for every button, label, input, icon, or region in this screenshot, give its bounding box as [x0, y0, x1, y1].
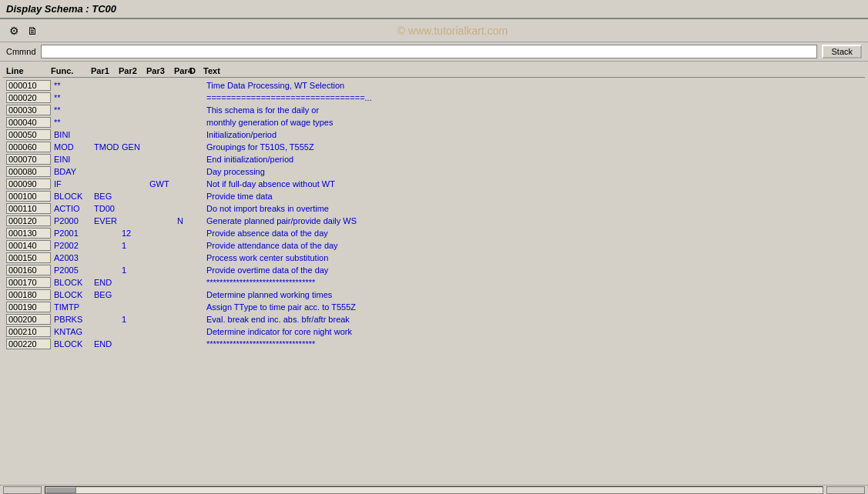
table-row[interactable]: 000120 P2000 EVER N Generate planned pai… — [3, 215, 865, 227]
cell-func: P2001 — [52, 229, 92, 238]
cell-line: 000090 — [6, 179, 51, 189]
cell-func: BLOCK — [52, 278, 92, 287]
cell-text: Provide time data — [205, 192, 862, 201]
table-row[interactable]: 000040 ** monthly generation of wage typ… — [3, 116, 865, 129]
table-row[interactable]: 000130 P2001 12 Provide absence data of … — [3, 227, 865, 239]
cell-func: P2005 — [52, 265, 92, 275]
table-row[interactable]: 000060 MOD TMOD GEN Groupings for T510S,… — [3, 141, 865, 153]
cell-par1: END — [92, 339, 120, 349]
cell-line: 000150 — [6, 252, 51, 263]
cell-par2: 1 — [120, 265, 148, 275]
table-row[interactable]: 000030 ** This schema is for the daily o… — [3, 104, 865, 116]
cell-func: ** — [52, 81, 92, 90]
cell-func: ACTIO — [52, 204, 92, 213]
command-bar: Cmmnd Stack — [0, 42, 868, 62]
cell-par2: 1 — [120, 241, 148, 250]
cell-line: 000040 — [6, 117, 51, 128]
watermark: © www.tutorialkart.com — [43, 25, 862, 37]
cell-func: ** — [52, 118, 92, 127]
table-row[interactable]: 000210 KNTAG Determine indicator for cor… — [3, 325, 865, 338]
header-par1: Par1 — [91, 66, 119, 75]
table-row[interactable]: 000100 BLOCK BEG Provide time data — [3, 190, 865, 202]
table-row[interactable]: 000080 BDAY Day processing — [3, 165, 865, 178]
table-row[interactable]: 000180 BLOCK BEG Determine planned worki… — [3, 289, 865, 301]
cell-par1: TMOD — [92, 142, 120, 152]
cell-text: Assign TType to time pair acc. to T555Z — [205, 302, 862, 312]
table-header: Line Func. Par1 Par2 Par3 Par4 D Text — [3, 65, 865, 78]
table-row[interactable]: 000150 A2003 Process work center substit… — [3, 252, 865, 264]
cell-line: 000140 — [6, 240, 51, 251]
cell-func: MOD — [52, 142, 92, 152]
table-row[interactable]: 000020 ** ==============================… — [3, 92, 865, 104]
cell-line: 000130 — [6, 228, 51, 239]
cell-text: Do not import breaks in overtime — [205, 204, 862, 213]
header-par3: Par3 — [146, 66, 174, 75]
cell-par2: 1 — [120, 315, 148, 324]
cell-func: BLOCK — [52, 192, 92, 201]
command-input[interactable] — [41, 45, 818, 58]
cell-line: 000180 — [6, 289, 51, 300]
cell-func: IF — [52, 179, 92, 189]
header-text: Text — [203, 66, 862, 75]
table-row[interactable]: 000090 IF GWT Not if full-day absence wi… — [3, 178, 865, 190]
table-body: 000010 ** Time Data Processing, WT Selec… — [3, 79, 865, 350]
content-area: Line Func. Par1 Par2 Par3 Par4 D Text 00… — [0, 62, 868, 485]
cell-text: Groupings for T510S, T555Z — [205, 142, 862, 152]
cell-par3: GWT — [148, 179, 176, 189]
header-par4: Par4 — [174, 66, 189, 75]
cell-text: Initialization/period — [205, 130, 862, 139]
header-func: Func. — [51, 66, 91, 75]
table-row[interactable]: 000140 P2002 1 Provide attendance data o… — [3, 239, 865, 252]
horizontal-scrollbar[interactable] — [45, 486, 823, 494]
toolbar: ⚙ 🗎 © www.tutorialkart.com — [0, 19, 868, 42]
table-row[interactable]: 000200 PBRKS 1 Eval. break end inc. abs.… — [3, 313, 865, 325]
cell-line: 000200 — [6, 314, 51, 325]
table-row[interactable]: 000190 TIMTP Assign TType to time pair a… — [3, 301, 865, 313]
cell-func: BLOCK — [52, 339, 92, 349]
cell-line: 000060 — [6, 142, 51, 152]
table-row[interactable]: 000170 BLOCK END ***********************… — [3, 276, 865, 289]
cell-line: 000170 — [6, 277, 51, 288]
table-row[interactable]: 000220 BLOCK END ***********************… — [3, 338, 865, 350]
cell-line: 000160 — [6, 265, 51, 275]
cell-func: P2002 — [52, 241, 92, 250]
cell-func: TIMTP — [52, 302, 92, 312]
cell-line: 000020 — [6, 92, 51, 103]
cell-line: 000010 — [6, 80, 51, 91]
table-row[interactable]: 000110 ACTIO TD00 Do not import breaks i… — [3, 202, 865, 215]
settings-icon[interactable]: ⚙ — [6, 23, 22, 38]
cell-func: EINI — [52, 155, 92, 164]
table-row[interactable]: 000050 BINI Initialization/period — [3, 129, 865, 141]
cell-func: ** — [52, 93, 92, 102]
cell-func: BDAY — [52, 167, 92, 176]
cell-text: Provide overtime data of the day — [205, 265, 862, 275]
cell-par1: EVER — [92, 216, 120, 225]
table-row[interactable]: 000160 P2005 1 Provide overtime data of … — [3, 264, 865, 276]
cell-line: 000080 — [6, 166, 51, 177]
command-label: Cmmnd — [6, 47, 36, 56]
copy-icon[interactable]: 🗎 — [25, 23, 40, 38]
cell-line: 000220 — [6, 339, 51, 349]
cell-func: BLOCK — [52, 290, 92, 299]
cell-func: P2000 — [52, 216, 92, 225]
header-d: D — [189, 66, 203, 75]
cell-text: monthly generation of wage types — [205, 118, 862, 127]
cell-text: ********************************* — [205, 339, 862, 349]
table-row[interactable]: 000070 EINI End initialization/period — [3, 153, 865, 165]
cell-line: 000210 — [6, 326, 51, 337]
table-row[interactable]: 000010 ** Time Data Processing, WT Selec… — [3, 79, 865, 92]
title-text: Display Schema : TC00 — [6, 3, 116, 15]
stack-button[interactable]: Stack — [822, 45, 862, 58]
cell-text: Eval. break end inc. abs. bfr/aftr break — [205, 315, 862, 324]
cell-func: BINI — [52, 130, 92, 139]
cell-line: 000030 — [6, 105, 51, 115]
cell-line: 000100 — [6, 191, 51, 202]
cell-text: Provide attendance data of the day — [205, 241, 862, 250]
header-par2: Par2 — [119, 66, 146, 75]
cell-par2: GEN — [120, 142, 148, 152]
cell-line: 000110 — [6, 203, 51, 214]
cell-text: Process work center substitution — [205, 253, 862, 262]
header-line: Line — [6, 66, 51, 75]
cell-par4: N — [176, 216, 191, 225]
cell-text: End initialization/period — [205, 155, 862, 164]
